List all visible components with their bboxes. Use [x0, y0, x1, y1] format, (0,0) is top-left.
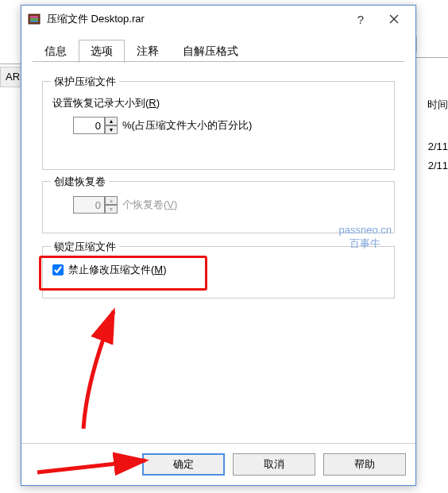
spinner-up-button[interactable]: ▲	[105, 117, 118, 125]
ok-button[interactable]: 确定	[142, 453, 225, 476]
tab-strip: 信息 选项 注释 自解压格式	[21, 33, 415, 62]
recovery-volume-spinner: ▲ ▼	[73, 196, 118, 214]
titlebar: 压缩文件 Desktop.rar ?	[21, 6, 415, 33]
recovery-record-spinner[interactable]: ▲ ▼	[73, 117, 118, 134]
group-lock-archive: 锁定压缩文件 禁止修改压缩文件(M)	[42, 246, 395, 298]
svg-rect-2	[30, 18, 38, 21]
spinner-down-button: ▼	[105, 205, 118, 214]
svg-rect-1	[30, 16, 38, 18]
tab-panel-options: 保护压缩文件 设置恢复记录大小到(R) ▲ ▼ %(占压缩文件大小的百分比) 创…	[21, 62, 415, 485]
group-volume-legend: 创建恢复卷	[51, 175, 109, 189]
recovery-record-input[interactable]	[73, 117, 105, 134]
background-date-cell: 2/11	[428, 141, 448, 152]
recovery-volume-suffix: 个恢复卷(V)	[122, 198, 177, 212]
winrar-icon	[28, 13, 41, 25]
recovery-volume-input	[73, 196, 105, 214]
dialog-title: 压缩文件 Desktop.rar	[47, 12, 145, 26]
group-protect-archive: 保护压缩文件 设置恢复记录大小到(R) ▲ ▼ %(占压缩文件大小的百分比)	[42, 81, 395, 170]
archive-properties-dialog: 压缩文件 Desktop.rar ? 信息 选项 注释 自解压格式 保护压缩文件…	[21, 5, 416, 486]
titlebar-help-button[interactable]: ?	[344, 8, 377, 31]
group-protect-legend: 保护压缩文件	[51, 75, 119, 89]
recovery-record-suffix: %(占压缩文件大小的百分比)	[122, 118, 252, 133]
spinner-down-button[interactable]: ▼	[105, 125, 118, 134]
help-button[interactable]: 帮助	[323, 453, 406, 476]
dialog-button-bar: 确定 取消 帮助	[21, 443, 415, 485]
group-lock-legend: 锁定压缩文件	[51, 240, 119, 254]
lock-archive-checkbox-row[interactable]: 禁止修改压缩文件(M)	[52, 263, 384, 277]
svg-rect-3	[30, 21, 38, 22]
tab-comment[interactable]: 注释	[125, 40, 171, 63]
tab-options[interactable]: 选项	[79, 40, 125, 63]
spinner-up-button: ▲	[105, 196, 118, 205]
tab-sfx[interactable]: 自解压格式	[171, 40, 250, 63]
tab-info[interactable]: 信息	[33, 40, 79, 63]
background-column-header: 时间	[427, 98, 448, 112]
titlebar-close-button[interactable]	[377, 8, 411, 31]
lock-archive-label: 禁止修改压缩文件(M)	[68, 263, 167, 277]
recovery-record-label: 设置恢复记录大小到(R)	[52, 96, 384, 110]
lock-archive-checkbox[interactable]	[52, 264, 64, 275]
cancel-button[interactable]: 取消	[233, 453, 315, 476]
group-recovery-volumes: 创建恢复卷 ▲ ▼ 个恢复卷(V)	[42, 181, 395, 233]
background-date-cell: 2/11	[428, 160, 448, 171]
annotation-arrow-icon	[64, 292, 144, 443]
